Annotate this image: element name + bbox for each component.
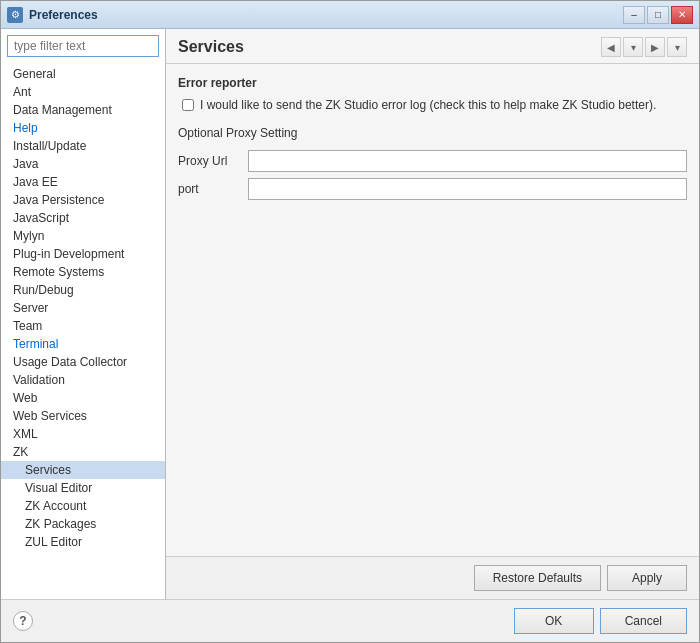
sidebar-item-mylyn[interactable]: Mylyn [1,227,165,245]
content-area: GeneralAntData ManagementHelpInstall/Upd… [1,29,699,599]
apply-button[interactable]: Apply [607,565,687,591]
bottom-toolbar: Restore Defaults Apply [166,556,699,599]
sidebar-item-terminal[interactable]: Terminal [1,335,165,353]
window-icon: ⚙ [7,7,23,23]
error-reporter-row: I would like to send the ZK Studio error… [178,98,687,112]
sidebar-item-zk-account[interactable]: ZK Account [1,497,165,515]
sidebar-item-zk[interactable]: ZK [1,443,165,461]
nav-buttons: ◀ ▾ ▶ ▾ [601,37,687,57]
proxy-url-label: Proxy Url [178,154,248,168]
footer-bar: ? OK Cancel [1,599,699,642]
panel-header: Services ◀ ▾ ▶ ▾ [166,29,699,64]
sidebar-item-zk-packages[interactable]: ZK Packages [1,515,165,533]
sidebar-item-javascript[interactable]: JavaScript [1,209,165,227]
sidebar-item-data-management[interactable]: Data Management [1,101,165,119]
help-button[interactable]: ? [13,611,33,631]
restore-defaults-button[interactable]: Restore Defaults [474,565,601,591]
tree-list: GeneralAntData ManagementHelpInstall/Upd… [1,63,165,599]
main-panel: Services ◀ ▾ ▶ ▾ Error reporter I would … [166,29,699,599]
port-input[interactable] [248,178,687,200]
error-reporter-checkbox[interactable] [182,99,194,111]
footer-actions: OK Cancel [33,608,687,634]
error-reporter-section-label: Error reporter [178,76,687,90]
ok-button[interactable]: OK [514,608,594,634]
panel-content: Error reporter I would like to send the … [166,64,699,556]
back-dropdown-button[interactable]: ▾ [623,37,643,57]
sidebar-item-ant[interactable]: Ant [1,83,165,101]
port-row: port [178,178,687,200]
port-label: port [178,182,248,196]
panel-title: Services [178,38,244,56]
sidebar-item-server[interactable]: Server [1,299,165,317]
sidebar-item-web[interactable]: Web [1,389,165,407]
title-bar-buttons: – □ ✕ [623,6,693,24]
sidebar-item-team[interactable]: Team [1,317,165,335]
minimize-button[interactable]: – [623,6,645,24]
forward-button[interactable]: ▶ [645,37,665,57]
close-button[interactable]: ✕ [671,6,693,24]
sidebar-item-install/update[interactable]: Install/Update [1,137,165,155]
maximize-button[interactable]: □ [647,6,669,24]
filter-input[interactable] [7,35,159,57]
sidebar-item-java-ee[interactable]: Java EE [1,173,165,191]
sidebar-item-visual-editor[interactable]: Visual Editor [1,479,165,497]
forward-dropdown-button[interactable]: ▾ [667,37,687,57]
cancel-button[interactable]: Cancel [600,608,687,634]
proxy-url-row: Proxy Url [178,150,687,172]
sidebar-item-remote-systems[interactable]: Remote Systems [1,263,165,281]
sidebar: GeneralAntData ManagementHelpInstall/Upd… [1,29,166,599]
optional-proxy-label: Optional Proxy Setting [178,126,687,140]
sidebar-item-web-services[interactable]: Web Services [1,407,165,425]
sidebar-item-plug-in-development[interactable]: Plug-in Development [1,245,165,263]
title-bar: ⚙ Preferences – □ ✕ [1,1,699,29]
sidebar-item-zul-editor[interactable]: ZUL Editor [1,533,165,551]
sidebar-item-run/debug[interactable]: Run/Debug [1,281,165,299]
back-button[interactable]: ◀ [601,37,621,57]
sidebar-item-help[interactable]: Help [1,119,165,137]
sidebar-item-validation[interactable]: Validation [1,371,165,389]
preferences-window: ⚙ Preferences – □ ✕ GeneralAntData Manag… [0,0,700,643]
sidebar-item-general[interactable]: General [1,65,165,83]
proxy-url-input[interactable] [248,150,687,172]
sidebar-item-java[interactable]: Java [1,155,165,173]
sidebar-item-xml[interactable]: XML [1,425,165,443]
sidebar-item-usage-data-collector[interactable]: Usage Data Collector [1,353,165,371]
error-reporter-label: I would like to send the ZK Studio error… [200,98,656,112]
sidebar-item-services[interactable]: Services [1,461,165,479]
window-title: Preferences [29,8,623,22]
sidebar-item-java-persistence[interactable]: Java Persistence [1,191,165,209]
